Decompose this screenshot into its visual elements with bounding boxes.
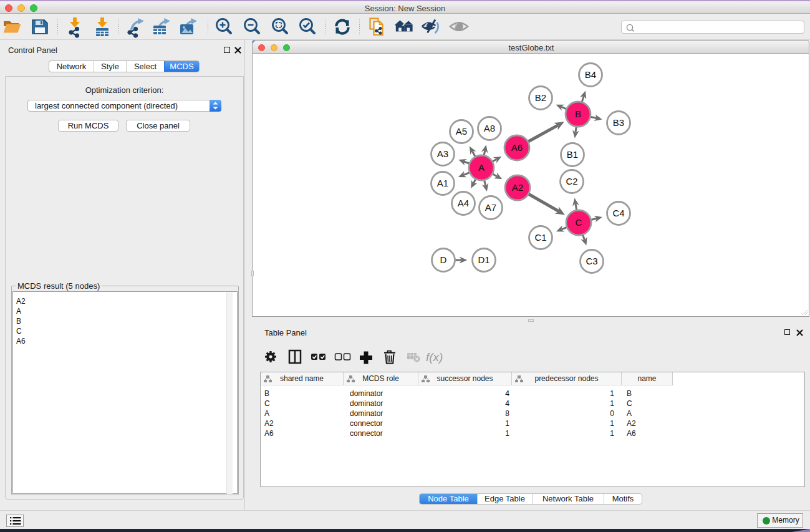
- svg-text:C2: C2: [566, 176, 577, 186]
- svg-text:A6: A6: [511, 142, 523, 153]
- svg-text:A8: A8: [484, 123, 495, 133]
- svg-text:A3: A3: [437, 148, 448, 159]
- svg-text:B4: B4: [585, 69, 596, 80]
- svg-text:A5: A5: [456, 126, 467, 137]
- svg-text:C1: C1: [534, 232, 546, 243]
- svg-text:B2: B2: [535, 92, 546, 103]
- svg-text:B: B: [575, 109, 581, 119]
- svg-text:A: A: [478, 162, 485, 173]
- svg-text:C4: C4: [612, 208, 624, 218]
- svg-text:B1: B1: [567, 149, 578, 160]
- svg-text:C3: C3: [586, 256, 597, 266]
- svg-text:D: D: [440, 254, 447, 265]
- svg-text:A7: A7: [485, 202, 496, 213]
- svg-text:A1: A1: [437, 178, 448, 188]
- svg-text:f(x): f(x): [426, 351, 443, 364]
- svg-text:A2: A2: [512, 182, 523, 193]
- svg-text:A4: A4: [458, 198, 469, 208]
- svg-text:D1: D1: [478, 254, 489, 265]
- svg-text:C: C: [576, 217, 582, 228]
- svg-text:B3: B3: [613, 117, 624, 128]
